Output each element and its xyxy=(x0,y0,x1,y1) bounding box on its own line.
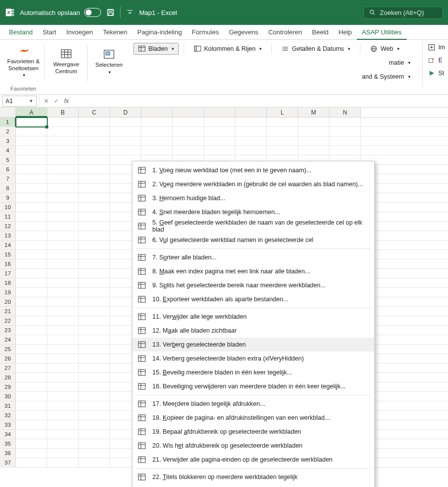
tab-beeld[interactable]: Beeld xyxy=(307,25,334,40)
cell[interactable] xyxy=(47,458,79,468)
cell[interactable] xyxy=(330,127,361,136)
row-header[interactable]: 35 xyxy=(0,439,16,448)
cell[interactable] xyxy=(16,382,47,392)
cell[interactable] xyxy=(47,288,79,297)
cell[interactable] xyxy=(204,146,235,155)
tab-pagina-indeling[interactable]: Pagina-indeling xyxy=(132,25,187,40)
column-header[interactable]: B xyxy=(47,108,79,117)
menu-item-1[interactable]: 1. Voeg nieuw werkblad toe (met een in t… xyxy=(132,163,374,177)
cell[interactable] xyxy=(79,373,110,382)
cell[interactable] xyxy=(16,439,47,449)
row-header[interactable]: 4 xyxy=(0,146,16,155)
cell[interactable] xyxy=(47,439,79,449)
tab-help[interactable]: Help xyxy=(334,25,357,40)
row-header[interactable]: 8 xyxy=(0,184,16,193)
cell[interactable] xyxy=(173,136,204,146)
cell[interactable] xyxy=(204,127,235,136)
search-box[interactable]: Zoeken (Alt+Q) xyxy=(363,6,443,19)
cell[interactable] xyxy=(110,127,141,136)
select-all-corner[interactable] xyxy=(0,108,16,117)
menu-item-23[interactable]: 23. Titelblokkering opheffen op meerdere… xyxy=(132,484,374,487)
cell[interactable] xyxy=(47,259,79,269)
tab-tekenen[interactable]: Tekenen xyxy=(98,25,132,40)
cell[interactable] xyxy=(47,401,79,411)
cell[interactable] xyxy=(16,174,47,184)
cell[interactable] xyxy=(16,307,47,316)
cell[interactable] xyxy=(267,136,298,146)
row-header[interactable]: 13 xyxy=(0,231,16,240)
cell[interactable] xyxy=(79,392,110,401)
cell[interactable] xyxy=(16,241,47,250)
menu-item-2[interactable]: 2. Voeg meerdere werkbladen in (gebruikt… xyxy=(132,177,374,191)
cell[interactable] xyxy=(47,335,79,345)
menu-item-4[interactable]: 4. Snel meerdere bladen tegelijk hernoem… xyxy=(132,205,374,219)
cell[interactable] xyxy=(16,316,47,326)
cell[interactable] xyxy=(47,127,79,136)
cell[interactable] xyxy=(79,449,110,458)
cell[interactable] xyxy=(47,364,79,373)
menu-item-7[interactable]: 7. Sorteer alle bladen... xyxy=(132,250,374,264)
cell[interactable] xyxy=(79,458,110,468)
cell[interactable] xyxy=(235,136,267,146)
tab-asap-utilities[interactable]: ASAP Utilities xyxy=(357,25,407,40)
cell[interactable] xyxy=(16,354,47,364)
column-header[interactable]: L xyxy=(267,108,298,117)
row-header[interactable]: 1 xyxy=(0,118,16,126)
cell[interactable] xyxy=(16,411,47,420)
column-header[interactable]: C xyxy=(79,108,110,117)
save-icon[interactable] xyxy=(106,8,115,17)
cell[interactable] xyxy=(79,155,110,165)
cell[interactable] xyxy=(16,401,47,411)
cell[interactable] xyxy=(79,241,110,250)
cell[interactable] xyxy=(79,165,110,174)
row-header[interactable]: 29 xyxy=(0,382,16,391)
cell[interactable] xyxy=(79,259,110,269)
cell[interactable] xyxy=(267,118,298,127)
cell[interactable] xyxy=(79,354,110,364)
cell[interactable] xyxy=(298,127,330,136)
cell[interactable] xyxy=(298,118,330,127)
cell[interactable] xyxy=(47,326,79,335)
tab-bestand[interactable]: Bestand xyxy=(4,25,38,40)
menu-item-8[interactable]: 8. Maak een index pagina met een link na… xyxy=(132,264,374,278)
row-header[interactable]: 2 xyxy=(0,127,16,136)
cell[interactable] xyxy=(16,288,47,297)
row-header[interactable]: 15 xyxy=(0,250,16,259)
cell[interactable] xyxy=(47,165,79,174)
row-header[interactable]: 23 xyxy=(0,326,16,335)
tab-controleren[interactable]: Controleren xyxy=(263,25,307,40)
cell[interactable] xyxy=(16,364,47,373)
cell[interactable] xyxy=(47,430,79,439)
cell[interactable] xyxy=(47,373,79,382)
cell[interactable] xyxy=(79,382,110,392)
cell[interactable] xyxy=(16,231,47,241)
cell[interactable] xyxy=(267,146,298,155)
cell[interactable] xyxy=(141,136,173,146)
cell[interactable] xyxy=(47,174,79,184)
row-header[interactable]: 33 xyxy=(0,420,16,429)
cell[interactable] xyxy=(16,146,47,155)
start-button[interactable]: St xyxy=(428,68,445,79)
cell[interactable] xyxy=(79,430,110,439)
cell[interactable] xyxy=(235,146,267,155)
cell[interactable] xyxy=(79,231,110,241)
cell[interactable] xyxy=(16,335,47,345)
cell[interactable] xyxy=(235,118,267,127)
menu-item-6[interactable]: 6. Vul geselecteerde werkblad namen in g… xyxy=(132,233,374,247)
cell[interactable] xyxy=(110,146,141,155)
cell[interactable] xyxy=(79,307,110,316)
cell[interactable] xyxy=(235,127,267,136)
web-dropdown[interactable]: Web▾ xyxy=(365,43,404,55)
cell[interactable] xyxy=(79,203,110,212)
favorites-button[interactable]: Favorieten & Sneltoetsen ▾ xyxy=(6,42,41,81)
cell[interactable] xyxy=(267,127,298,136)
row-header[interactable]: 3 xyxy=(0,136,16,145)
cell[interactable] xyxy=(79,184,110,193)
cell[interactable] xyxy=(47,316,79,326)
row-header[interactable]: 12 xyxy=(0,222,16,231)
cell[interactable] xyxy=(79,146,110,155)
cell[interactable] xyxy=(47,354,79,364)
row-header[interactable]: 16 xyxy=(0,259,16,268)
cell[interactable] xyxy=(79,288,110,297)
menu-item-13[interactable]: 13. Verberg geselecteerde bladen xyxy=(132,338,374,352)
